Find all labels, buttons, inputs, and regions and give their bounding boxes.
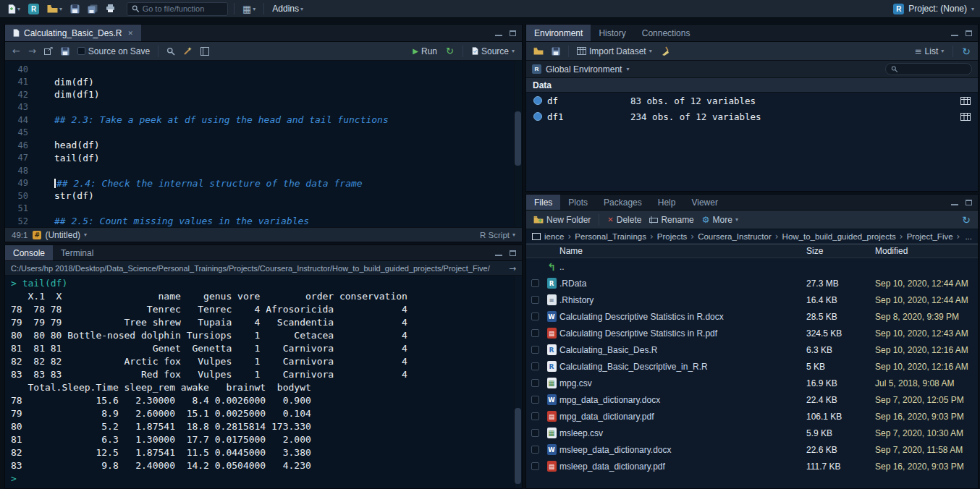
list-view-button[interactable]: ≡ List ▾ [913, 45, 947, 58]
goto-file-search[interactable] [127, 2, 228, 16]
file-row[interactable]: ▦ msleep.csv 5.9 KB Sep 7, 2020, 10:30 A… [526, 425, 978, 441]
code-line[interactable]: 46 head(df) [5, 139, 522, 152]
file-checkbox[interactable] [531, 379, 539, 387]
code-line[interactable]: 50 str(df) [5, 190, 522, 203]
code-line[interactable]: 41 dim(df) [5, 76, 522, 89]
forward-button[interactable]: → [26, 44, 38, 58]
file-row[interactable]: W mpg_data_dictionary.docx 22.4 KB Sep 7… [526, 391, 978, 408]
file-checkbox[interactable] [531, 412, 539, 420]
file-name-link[interactable]: .Rhistory [559, 295, 806, 305]
tab-terminal[interactable]: Terminal [53, 245, 101, 260]
breadcrumb-overflow[interactable]: ... [965, 232, 972, 241]
load-workspace-button[interactable] [531, 46, 546, 56]
file-name-link[interactable]: Calculating_Basic_Des.R [559, 345, 806, 355]
save-button[interactable] [68, 4, 82, 14]
file-name-link[interactable]: Calculating_Basic_Descriptive_in_R.R [559, 362, 806, 372]
source-tab[interactable]: Calculating_Basic_Des.R ✕ [5, 25, 141, 41]
file-name-link[interactable]: msleep.csv [559, 428, 806, 438]
breadcrumb-item[interactable]: ience [544, 232, 565, 241]
code-line[interactable]: 45 [5, 127, 522, 140]
file-name-link[interactable]: .RData [559, 278, 806, 289]
breadcrumb-item[interactable]: Project_Five [907, 232, 953, 241]
file-name-link[interactable]: msleep_data_dictionary.pdf [559, 462, 806, 472]
file-name-link[interactable]: msleep_data_dictionary.docx [559, 445, 806, 455]
maximize-pane-icon[interactable] [966, 200, 972, 205]
code-line[interactable]: 43 [5, 101, 522, 114]
tab-help[interactable]: Help [650, 195, 684, 210]
delete-button[interactable]: ✕ Delete [605, 213, 643, 226]
tab-connections[interactable]: Connections [634, 25, 698, 41]
save-source-button[interactable] [59, 46, 72, 57]
file-row[interactable]: ▤ mpg_data_dictionary.pdf 106.1 KB Sep 1… [526, 408, 978, 425]
rename-button[interactable]: Rename [647, 213, 696, 226]
view-data-icon[interactable] [960, 113, 971, 121]
file-row[interactable]: ≡ .Rhistory 16.4 KB Sep 10, 2020, 12:44 … [526, 292, 978, 308]
file-row[interactable]: R Calculating_Basic_Descriptive_in_R.R 5… [526, 358, 978, 375]
file-checkbox[interactable] [531, 396, 539, 404]
open-in-new-window-button[interactable] [42, 46, 55, 56]
save-all-button[interactable] [85, 4, 100, 14]
code-tools-button[interactable] [181, 45, 195, 57]
clear-environment-button[interactable] [658, 45, 672, 57]
file-row[interactable]: ▤ msleep_data_dictionary.pdf 111.7 KB Se… [526, 458, 978, 475]
code-editor[interactable]: 40 41 dim(df) 42 dim(df1) 43 44 ## 2.3: … [5, 61, 522, 227]
console-output-area[interactable]: > tail(df) X.1 X name genus vore order c… [5, 276, 522, 488]
print-button[interactable] [104, 4, 117, 14]
file-checkbox[interactable] [531, 446, 539, 454]
addins-button[interactable]: Addins ▾ [270, 3, 305, 14]
rerun-button[interactable]: ↻ [444, 44, 456, 58]
run-button[interactable]: ▶ Run [410, 45, 439, 58]
file-name-link[interactable]: mpg_data_dictionary.docx [559, 395, 806, 405]
refresh-environment-button[interactable]: ↻ [960, 44, 973, 59]
back-button[interactable]: ← [10, 44, 22, 58]
code-line[interactable]: 49 ## 2.4: Check the internal structure … [5, 177, 522, 190]
tab-viewer[interactable]: Viewer [683, 195, 725, 210]
new-project-button[interactable]: R [26, 3, 41, 15]
new-file-button[interactable]: ▾ [6, 4, 22, 14]
open-file-button[interactable]: ▾ [45, 4, 64, 14]
file-name-link[interactable]: mpg_data_dictionary.pdf [559, 412, 806, 422]
file-type-selector[interactable]: R Script ▾ [480, 231, 515, 239]
file-checkbox[interactable] [531, 329, 539, 337]
compile-report-button[interactable] [198, 46, 211, 57]
code-line[interactable]: 52 ## 2.5: Count missing values in the v… [5, 215, 522, 227]
goto-directory-icon[interactable]: → [509, 263, 516, 273]
save-workspace-button[interactable] [549, 46, 562, 57]
source-button[interactable]: Source ▾ [470, 45, 517, 58]
goto-file-input[interactable] [143, 4, 223, 13]
breadcrumb-item[interactable]: Projects [657, 232, 688, 241]
tab-console[interactable]: Console [5, 245, 53, 260]
maximize-pane-icon[interactable] [510, 250, 516, 256]
console-scrollbar[interactable] [514, 276, 522, 488]
close-tab-icon[interactable]: ✕ [127, 30, 133, 37]
file-row[interactable]: W msleep_data_dictionary.docx 22.6 KB Se… [526, 441, 978, 458]
breadcrumb-item[interactable]: Coursera_Instructor [698, 232, 772, 241]
minimize-pane-icon[interactable] [495, 255, 502, 256]
tab-plots[interactable]: Plots [560, 195, 596, 210]
file-row[interactable]: R .RData 27.3 MB Sep 10, 2020, 12:44 AM [526, 275, 978, 292]
code-line[interactable]: 51 [5, 203, 522, 216]
code-line[interactable]: 42 dim(df1) [5, 88, 522, 101]
code-line[interactable]: 47 tail(df) [5, 152, 522, 165]
source-on-save-toggle[interactable]: Source on Save [75, 45, 152, 58]
source-on-save-checkbox[interactable] [77, 47, 85, 55]
minimize-pane-icon[interactable] [495, 35, 502, 36]
workspace-panes-button[interactable]: ▦ ▾ [240, 3, 258, 15]
minimize-pane-icon[interactable] [951, 204, 958, 205]
file-checkbox[interactable] [531, 296, 539, 304]
file-name-link[interactable]: Calculating Descriptive Statistics in R.… [559, 312, 806, 322]
more-button[interactable]: ⚙ More ▾ [700, 213, 740, 226]
tab-packages[interactable]: Packages [596, 195, 650, 210]
editor-scrollbar-thumb[interactable] [515, 111, 521, 166]
refresh-files-button[interactable]: ↻ [960, 213, 973, 227]
breadcrumb-item[interactable]: Personal_Trainings [575, 232, 646, 241]
maximize-pane-icon[interactable] [510, 30, 516, 36]
maximize-pane-icon[interactable] [966, 30, 972, 36]
file-row[interactable]: ↰ .. [526, 258, 978, 275]
new-folder-button[interactable]: New Folder [531, 213, 593, 226]
file-row[interactable]: W Calculating Descriptive Statistics in … [526, 308, 978, 325]
size-column-header[interactable]: Size [806, 246, 875, 256]
editor-scrollbar[interactable] [514, 61, 522, 227]
environment-object-row[interactable]: df1 234 obs. of 12 variables [526, 109, 978, 124]
tab-files[interactable]: Files [526, 195, 560, 210]
